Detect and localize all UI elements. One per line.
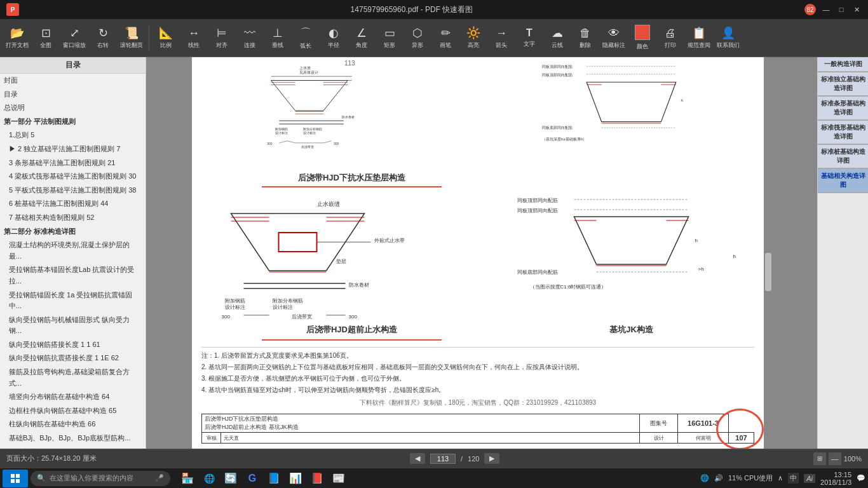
color-button[interactable]: 颜色	[629, 22, 656, 54]
search-mic-button[interactable]: 🎤	[155, 474, 164, 482]
arc-button[interactable]: ⌒ 弧长	[292, 22, 319, 54]
svg-text:设计标注: 设计标注	[273, 304, 293, 310]
scroll-button[interactable]: 📜 滚轮翻页	[118, 22, 146, 54]
sidebar-item-5[interactable]: 5 平板式筏形基础平法施工图制图规则 38	[0, 184, 146, 198]
sidebar-item-s2[interactable]: 受拉钢筋基本锚固长度Lab 抗震设计的受拉...	[0, 263, 146, 288]
taskbar-app-store[interactable]: 🏪	[178, 470, 197, 487]
taskbar-search-bar[interactable]: 🔍 在这里输入你要搜索的内容 🎤	[31, 471, 170, 486]
open-icon: 📂	[10, 26, 24, 40]
cloud-button[interactable]: ☁ 云线	[544, 22, 571, 54]
sidebar-item-intro[interactable]: 总说明	[0, 101, 146, 115]
next-page-button[interactable]: ▶	[484, 453, 499, 464]
svg-text:h: h	[681, 98, 684, 102]
sidebar-item-s9[interactable]: 边框柱件纵向钢筋在基础中构造 65	[0, 404, 146, 418]
right-section-related[interactable]: 基础相关构造详图	[818, 169, 868, 193]
taskbar-app-wps[interactable]: 📕	[308, 470, 327, 487]
linear-button[interactable]: ↔ 线性	[180, 22, 207, 54]
taskbar-app-blue[interactable]: 📘	[264, 470, 283, 487]
delete-button[interactable]: 🗑 删除	[572, 22, 599, 54]
close-button[interactable]: ✕	[851, 4, 862, 15]
prev-page-button[interactable]: ◀	[410, 453, 425, 464]
right-section-related-title[interactable]: 基础相关构造详图	[818, 169, 868, 193]
sidebar-item-s6[interactable]: 纵向受拉钢筋抗震搭接长度 1 1E 62	[0, 351, 146, 365]
text-button[interactable]: T 文字	[516, 22, 543, 54]
sidebar-item-2[interactable]: ▶ 2 独立基础平法施工图制图规则 7	[0, 142, 146, 156]
contact-button[interactable]: 👤 联系我们	[714, 22, 742, 54]
open-doc-button[interactable]: 📂 打开文档	[3, 22, 31, 54]
note-4: 4. 基坑中当钢筋直锚至对边≤h时，可以伸至对边钢筋向侧顺势弯折，总锚固长度应≥…	[201, 384, 754, 396]
svg-text:上水准: 上水准	[299, 66, 311, 70]
sidebar-item-6[interactable]: 6 桩基础平法施工图制图规则 44	[0, 197, 146, 211]
vertical-button[interactable]: ⊥ 垂线	[264, 22, 291, 54]
sidebar-item-3[interactable]: 3 条形基础平法施工图制图规则 21	[0, 156, 146, 170]
minimize-button[interactable]: —	[821, 4, 831, 15]
svg-marker-64	[574, 217, 689, 264]
scroll-thumb[interactable]	[765, 253, 771, 291]
sidebar-item-s10[interactable]: 柱纵向钢筋在基础中构造 66	[0, 417, 146, 431]
taskbar-notification[interactable]: 💬	[857, 474, 865, 482]
taskbar-app-refresh[interactable]: 🔄	[221, 470, 240, 487]
zoom-out-button[interactable]: —	[829, 452, 841, 465]
sidebar-item-s5[interactable]: 纵向受拉钢筋搭接长度 1 1 61	[0, 338, 146, 352]
print-icon: 🖨	[665, 27, 676, 40]
start-button[interactable]	[3, 470, 28, 487]
page-number-top: 113	[344, 60, 355, 67]
info-table-container: 后浇带HJD下抗水压垫层构造 后浇带HJD超前止水构造 基坑JK构造 图集号 1…	[201, 410, 754, 444]
middle-diagrams: 止水嵌缝 外贴式止水带	[201, 194, 754, 343]
shape-icon: ⬡	[412, 26, 423, 40]
sidebar-item-s1[interactable]: 混凝土结构的环境类别,混凝土保护层的最...	[0, 238, 146, 263]
shape-button[interactable]: ⬡ 异形	[404, 22, 431, 54]
arrow-button[interactable]: → 箭头	[488, 22, 515, 54]
svg-text:设计标注: 设计标注	[275, 131, 288, 135]
sidebar-item-s11[interactable]: 基础BJj、BJp、BJp、BJp底板型筋构...	[0, 431, 146, 445]
taskbar-chevron[interactable]: ∧	[778, 474, 783, 482]
notification-badge: 82	[804, 4, 816, 15]
taskbar-app-pdf[interactable]: 📰	[329, 470, 348, 487]
align-button[interactable]: ⊨ 对齐	[208, 22, 235, 54]
highlight-button[interactable]: 🔆 高亮	[460, 22, 487, 54]
right-section-general: 一般构造详图	[818, 57, 868, 72]
zoom-fit-button[interactable]: ⊞	[813, 452, 826, 465]
half-button[interactable]: ◐ 半径	[320, 22, 347, 54]
taskbar-app-g[interactable]: G	[243, 470, 262, 487]
sidebar-item-s8[interactable]: 墙竖向分布钢筋在基础中构造 64	[0, 390, 146, 404]
spec-button[interactable]: 📋 规范查阅	[685, 22, 713, 54]
taskbar-app-edge[interactable]: 🌐	[200, 470, 219, 487]
taskbar-ime[interactable]: Ai	[804, 474, 815, 483]
print-button[interactable]: 🖨 打印	[657, 22, 684, 54]
toolbar: 📂 打开文档 ⊡ 全图 ⤢ 窗口缩放 ↻ 右转 📜 滚轮翻页 📐 比例 ↔ 线性…	[0, 19, 868, 57]
current-page-input[interactable]	[430, 454, 456, 464]
app-icon: P	[6, 3, 19, 16]
angle-button[interactable]: ∠ 角度	[348, 22, 375, 54]
right-section-pile: 标准桩基础构造详图	[818, 145, 868, 169]
scroll-icon: 📜	[125, 26, 139, 40]
taskbar-lang[interactable]: 中	[788, 473, 799, 484]
sidebar-item-s7[interactable]: 箍筋及拉筋弯钩构造,基础梁箱筋复合方式...	[0, 365, 146, 390]
sidebar-item-cover[interactable]: 封面	[0, 74, 146, 88]
svg-text:>h: >h	[698, 266, 704, 272]
draw-button[interactable]: ✏ 画笔	[432, 22, 459, 54]
taskbar-app-task[interactable]: 📊	[286, 470, 305, 487]
maximize-button[interactable]: □	[836, 4, 846, 15]
sidebar-item-part2[interactable]: 第二部分 标准构造详图	[0, 225, 146, 239]
bottom-bar: 页面大小：25.74×18.20 厘米 ◀ / 120 ▶ ⊞ — 100%	[0, 449, 868, 468]
sidebar-item-part1[interactable]: 第一部分 平法制图规则	[0, 115, 146, 129]
sidebar-item-7[interactable]: 7 基础相关构造制图规则 52	[0, 211, 146, 225]
sidebar-item-s4[interactable]: 纵向受拉钢筋与机械锚固形式 纵向受力钢...	[0, 313, 146, 338]
rotate-button[interactable]: ↻ 右转	[90, 22, 116, 54]
svg-text:（基坑深度h≥基础板厚h）: （基坑深度h≥基础板厚h）	[542, 137, 587, 142]
fit-width-button[interactable]: ⤢ 窗口缩放	[60, 22, 88, 54]
sidebar-item-s3[interactable]: 受拉钢筋锚固长度 1a 受拉钢筋抗震锚固中...	[0, 288, 146, 313]
text-icon: T	[526, 27, 532, 39]
ratio-button[interactable]: 📐 比例	[153, 22, 179, 54]
sidebar-item-toc[interactable]: 目录	[0, 88, 146, 102]
taskbar-network-icon: 🌐	[700, 474, 709, 482]
sidebar-item-1[interactable]: 1.总则 5	[0, 128, 146, 142]
fit-page-button[interactable]: ⊡ 全图	[32, 22, 59, 54]
rect-button[interactable]: ▭ 矩形	[376, 22, 403, 54]
hide-mark-button[interactable]: 👁 隐藏标注	[600, 22, 628, 54]
svg-text:外贴式止水带: 外贴式止水带	[374, 238, 405, 243]
sidebar-item-s12[interactable]: 双柱普通独立基础底部与顶部型筋构造 68	[0, 445, 146, 449]
sidebar-item-4[interactable]: 4 梁板式筏形基础平法施工图制图规则 30	[0, 170, 146, 184]
connect-button[interactable]: 〰 连接	[236, 22, 263, 54]
